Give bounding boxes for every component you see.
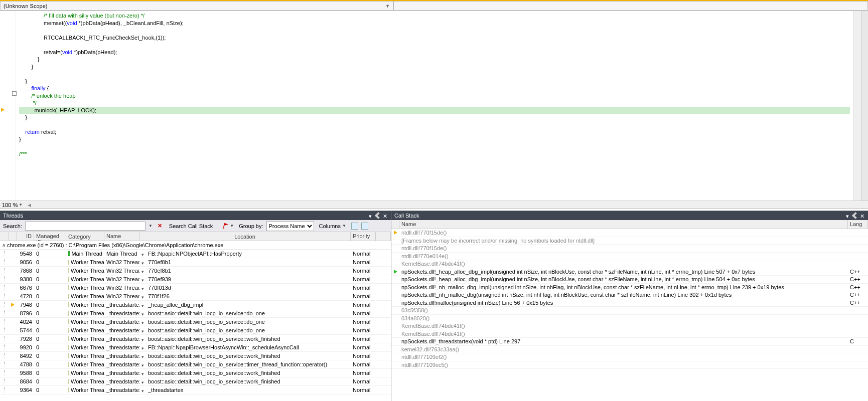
chevron-down-icon[interactable]: ▼ xyxy=(19,203,23,207)
groupby-select[interactable]: Process Name xyxy=(266,221,314,231)
pin-icon[interactable] xyxy=(375,212,382,219)
flag-icon[interactable] xyxy=(4,276,5,282)
callstack-row[interactable]: ntdll.dll!77109ec5() xyxy=(391,361,868,369)
member-dropdown[interactable] xyxy=(393,1,868,11)
expand-icon[interactable] xyxy=(141,294,147,299)
thread-row[interactable]: 57440Worker Thread_threadstartexboost::a… xyxy=(0,326,391,335)
col-managed-id[interactable]: Managed ID xyxy=(34,232,66,241)
callstack-row[interactable]: [Frames below may be incorrect and/or mi… xyxy=(391,237,868,245)
flag-icon[interactable] xyxy=(4,293,5,299)
callstack-row[interactable]: ntdll.dll!77109ef2() xyxy=(391,353,868,361)
thread-group-row[interactable]: ʌchrome.exe (id = 2760) : C:\Program Fil… xyxy=(0,241,391,250)
callstack-row[interactable]: KernelBase.dll!74bdc41f() xyxy=(391,330,868,338)
search-input[interactable] xyxy=(25,222,146,231)
expand-icon[interactable] xyxy=(141,328,147,333)
callstack-row[interactable]: kernel32.dll!763c33aa() xyxy=(391,346,868,354)
callstack-row[interactable]: npSockets.dll!_heap_alloc_dbg_impl(unsig… xyxy=(391,276,868,284)
close-icon[interactable]: ✕ xyxy=(860,213,865,218)
col-priority[interactable]: Priority xyxy=(351,232,376,241)
callstack-row[interactable]: ntdll.dll!770e014e() xyxy=(391,253,868,261)
thread-row[interactable]: 47880Worker Thread_threadstartexboost::a… xyxy=(0,360,391,369)
window-position-icon[interactable]: ▾ xyxy=(846,213,851,218)
expand-icon[interactable] xyxy=(141,285,147,290)
callstack-row[interactable]: npSockets.dll!_nh_malloc_dbg_impl(unsign… xyxy=(391,284,868,292)
flag-icon[interactable] xyxy=(4,344,5,350)
expand-icon[interactable] xyxy=(141,260,147,265)
col-name[interactable]: Name xyxy=(104,232,139,241)
thread-row[interactable]: 93800Worker ThreadWin32 Thread770ef939No… xyxy=(0,275,391,284)
thread-row[interactable]: 87960Worker Thread_threadstartexboost::a… xyxy=(0,309,391,318)
expand-stacks-icon[interactable] xyxy=(351,223,358,230)
col-lang[interactable]: Lang xyxy=(848,220,868,229)
thread-row[interactable]: 79480Worker Thread_threadstartex_heap_al… xyxy=(0,301,391,309)
thread-row[interactable]: 90560Worker ThreadWin32 Thread770ef8b1No… xyxy=(0,258,391,267)
flag-icon[interactable] xyxy=(4,268,5,274)
flag-icon[interactable] xyxy=(4,259,5,265)
threads-body[interactable]: ʌchrome.exe (id = 2760) : C:\Program Fil… xyxy=(0,241,391,401)
scroll-left-icon[interactable]: ◄ xyxy=(27,202,32,208)
flag-icon[interactable] xyxy=(4,387,5,393)
flag-icon[interactable] xyxy=(4,370,5,376)
flag-icon[interactable] xyxy=(4,378,5,384)
expand-icon[interactable] xyxy=(141,277,147,282)
callstack-row[interactable]: npSockets.dll!_nh_malloc_dbg(unsigned in… xyxy=(391,291,868,299)
flag-icon[interactable] xyxy=(4,336,5,342)
thread-row[interactable]: 40240Worker Thread_threadstartexboost::a… xyxy=(0,318,391,326)
expand-icon[interactable] xyxy=(141,319,147,324)
expand-icon[interactable] xyxy=(141,387,147,392)
flag-icon[interactable] xyxy=(4,319,5,325)
collapse-stacks-icon[interactable] xyxy=(361,223,368,230)
flag-icon[interactable] xyxy=(4,310,5,316)
thread-row[interactable]: 95880Worker Thread_threadstartexboost::a… xyxy=(0,369,391,377)
thread-row[interactable]: 99200Worker Thread_threadstartexFB::Npap… xyxy=(0,343,391,352)
scope-dropdown[interactable]: (Unknown Scope) ▼ xyxy=(0,1,393,11)
flag-icon[interactable] xyxy=(4,327,5,333)
thread-row[interactable]: 93640Worker Thread_threadstartex_threads… xyxy=(0,386,391,394)
thread-row[interactable]: 95480Main ThreadMain ThreadFB::Npapi::NP… xyxy=(0,250,391,258)
flag-icon[interactable] xyxy=(4,251,5,257)
expand-icon[interactable] xyxy=(141,370,147,375)
flag-icon[interactable] xyxy=(4,353,5,359)
callstack-row[interactable]: ntdll.dll!770f15de() xyxy=(391,245,868,253)
callstack-row[interactable]: 03c5f358() xyxy=(391,307,868,315)
callstack-row[interactable]: npSockets.dll!malloc(unsigned int nSize)… xyxy=(391,299,868,307)
editor-scrollbar[interactable] xyxy=(853,11,861,200)
callstack-row[interactable]: ntdll.dll!770f15de() xyxy=(391,229,868,237)
expand-icon[interactable] xyxy=(141,362,147,367)
col-id[interactable]: ID xyxy=(17,232,34,241)
col-name[interactable]: Name xyxy=(399,220,848,229)
fold-icon[interactable]: - xyxy=(12,91,17,96)
thread-row[interactable]: 47280Worker ThreadWin32 Thread770f1f26No… xyxy=(0,292,391,301)
col-category[interactable]: Category xyxy=(66,232,104,241)
callstack-row[interactable]: 034a8020() xyxy=(391,315,868,323)
expand-icon[interactable] xyxy=(141,379,147,384)
clear-search-button[interactable]: ✕ xyxy=(156,222,164,230)
expand-icon[interactable] xyxy=(141,345,147,350)
expand-icon[interactable] xyxy=(141,353,147,358)
callstack-row[interactable]: KernelBase.dll!74bdc41f() xyxy=(391,260,868,268)
callstack-body[interactable]: ntdll.dll!770f15de()[Frames below may be… xyxy=(391,229,868,401)
search-callstack-button[interactable]: Search Call Stack xyxy=(167,223,215,230)
thread-row[interactable]: 66760Worker ThreadWin32 Thread770f013dNo… xyxy=(0,284,391,292)
editor-code-area[interactable]: /* fill data with silly value (but non-z… xyxy=(16,11,853,200)
callstack-row[interactable]: KernelBase.dll!74bdc41f() xyxy=(391,322,868,330)
expand-icon[interactable] xyxy=(141,268,147,273)
callstack-row[interactable]: npSockets.dll!_heap_alloc_dbg_impl(unsig… xyxy=(391,268,868,276)
flag-icon[interactable] xyxy=(4,302,5,308)
thread-row[interactable]: 84920Worker Thread_threadstartexboost::a… xyxy=(0,352,391,360)
window-position-icon[interactable]: ▾ xyxy=(369,213,374,218)
flag-button[interactable]: ▼ xyxy=(221,223,236,230)
expand-icon[interactable] xyxy=(141,311,147,316)
callstack-row[interactable]: npSockets.dll!_threadstartex(void * ptd)… xyxy=(391,338,868,346)
chevron-down-icon[interactable]: ▼ xyxy=(149,224,153,228)
col-location[interactable]: Location xyxy=(139,232,351,241)
columns-button[interactable]: Columns▼ xyxy=(317,223,348,230)
expand-icon[interactable] xyxy=(141,251,147,256)
thread-row[interactable]: 78680Worker ThreadWin32 Thread770ef8b1No… xyxy=(0,267,391,275)
close-icon[interactable]: ✕ xyxy=(383,213,388,218)
flag-icon[interactable] xyxy=(4,361,5,367)
thread-row[interactable]: 86840Worker Thread_threadstartexboost::a… xyxy=(0,377,391,386)
expand-icon[interactable] xyxy=(141,336,147,341)
flag-icon[interactable] xyxy=(4,285,5,291)
thread-row[interactable]: 79280Worker Thread_threadstartexboost::a… xyxy=(0,335,391,343)
